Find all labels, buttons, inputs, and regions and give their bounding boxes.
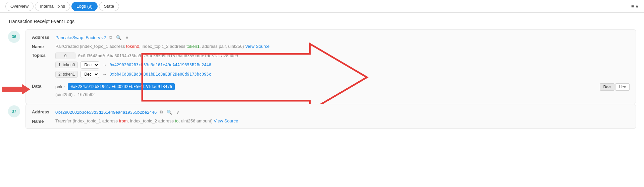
log-37-view-source-link[interactable]: View Source — [214, 118, 238, 123]
copy-icon[interactable]: ⧉ — [108, 34, 113, 40]
chevron-down-icon-addr[interactable]: ∨ — [124, 35, 130, 40]
log-37-name-row: Name Transfer (index_topic_1 address fro… — [32, 118, 630, 124]
tabs-bar: Overview Internal Txns Logs (8) State ≡ … — [0, 0, 644, 13]
log-37-from-keyword: from — [119, 118, 128, 123]
svg-marker-0 — [2, 84, 30, 95]
log-entry-37: 37 Address 0x42902002b3ce53d3d161e49ea4a… — [8, 104, 636, 129]
data-key-uint: (uint256) : — [55, 92, 75, 97]
token0-keyword: token0 — [126, 44, 139, 49]
log-index-badge-37: 37 — [8, 105, 20, 117]
arrow-icon-1: → — [102, 62, 107, 68]
chevron-down-icon: ∨ — [635, 4, 639, 9]
name-label: Name — [32, 44, 55, 49]
log-37-address-value: 0x42902002b3ce53d3d161e49ea4a19355b2be24… — [55, 109, 630, 115]
name-mid2: , address pair, uint256) — [200, 44, 245, 49]
log-37-address-label: Address — [32, 109, 55, 114]
topics-value: 0 0x0d3648bd0f6ba80134a33ba9275ac585d9d3… — [55, 53, 630, 80]
log-37-name-prefix: Transfer (index_topic_1 address — [55, 118, 119, 123]
topic-row-1: 1: token0 Dec Hex → 0x42902002B3cE53d3d1… — [55, 61, 630, 69]
tab-overview[interactable]: Overview — [5, 2, 34, 11]
log-name-row: Name PairCreated (index_topic_1 address … — [32, 44, 630, 49]
topic-index-2: 2: token1 — [55, 71, 78, 78]
log-37-name-mid2: , uint256 amount) — [178, 118, 214, 123]
data-row-pair: pair : 0xF284a912b81961aE6302D2EbF505bA1… — [55, 83, 589, 90]
log-body-37: Address 0x42902002b3ce53d3d161e49ea4a193… — [25, 104, 636, 129]
search-icon[interactable]: 🔍 — [115, 35, 122, 40]
dec-button[interactable]: Dec — [600, 83, 614, 91]
list-icon: ≡ — [631, 4, 634, 9]
name-value: PairCreated (index_topic_1 address token… — [55, 44, 630, 49]
log-37-address-link[interactable]: 0x42902002b3ce53d3d161e49ea4a19355b2be24… — [55, 110, 157, 115]
hex-button[interactable]: Hex — [615, 83, 630, 91]
log-address-row: Address PancakeSwap: Factory v2 ⧉ 🔍 ∨ — [32, 34, 630, 40]
log-topics-row: Topics 0 0x0d3648bd0f6ba80134a33ba9275ac… — [32, 53, 630, 80]
toolbar-right[interactable]: ≡ ∨ — [631, 4, 639, 9]
topic-row-2: 2: token1 Dec Hex → 0xbb4CdB9CBd36B01bD1… — [55, 71, 630, 78]
data-label: Data — [32, 83, 55, 89]
name-mid1: , index_topic_2 address — [139, 44, 186, 49]
data-row-uint: (uint256) : 1676592 — [55, 92, 589, 97]
log-37-address-actions: ⧉ 🔍 ∨ — [159, 109, 180, 115]
log-37-name-value: Transfer (index_topic_1 address from, in… — [55, 118, 630, 123]
page-container: Overview Internal Txns Logs (8) State ≡ … — [0, 0, 644, 187]
log-37-name-mid1: , index_topic_2 address — [128, 118, 175, 123]
token1-keyword: token1 — [186, 44, 200, 49]
topic-hash-0: 0x0d3648bd0f6ba80134a33ba9275ac585d9d315… — [78, 54, 238, 58]
log-37-search-icon[interactable]: 🔍 — [166, 109, 173, 115]
topic-value-2: 0xbb4CdB9CBd36B01bD1cBaEBF2De08d9173bc09… — [109, 72, 211, 77]
dec-hex-buttons: Dec Hex — [600, 83, 630, 91]
topic-index-0: 0 — [55, 53, 75, 59]
red-arrow-annotation — [2, 84, 30, 95]
data-key-pair: pair : — [55, 84, 65, 89]
view-source-link[interactable]: View Source — [245, 44, 270, 49]
data-value-pair: 0xF284a912b81961aE6302D2EbF505bA1dad9fB4… — [68, 83, 175, 90]
data-label-text: Data — [32, 84, 41, 89]
tab-logs[interactable]: Logs (8) — [71, 2, 98, 11]
log-data-row: Data pair : 0xF284a912b81961aE6302D2EbF5… — [32, 83, 630, 99]
decode-select-1[interactable]: Dec Hex — [80, 61, 99, 69]
arrow-icon-2: → — [102, 72, 107, 77]
log-body-36: Address PancakeSwap: Factory v2 ⧉ 🔍 ∨ Na… — [25, 29, 636, 104]
decode-select-2[interactable]: Dec Hex — [80, 71, 99, 78]
main-content: Transaction Receipt Event Logs 36 Addres… — [0, 13, 644, 187]
tabs-left: Overview Internal Txns Logs (8) State — [5, 2, 119, 11]
red-arrow-svg — [2, 84, 30, 95]
data-value: pair : 0xF284a912b81961aE6302D2EbF505bA1… — [55, 83, 630, 99]
log-37-copy-icon[interactable]: ⧉ — [159, 109, 164, 115]
tab-internal-txns[interactable]: Internal Txns — [35, 2, 70, 11]
address-value: PancakeSwap: Factory v2 ⧉ 🔍 ∨ — [55, 34, 630, 40]
name-prefix: PairCreated (index_topic_1 address — [55, 44, 126, 49]
section-title: Transaction Receipt Event Logs — [8, 19, 636, 24]
log-entry-36: 36 Address PancakeSwap: Factory v2 ⧉ 🔍 ∨ — [8, 29, 636, 104]
log-37-chevron-down-icon[interactable]: ∨ — [175, 109, 180, 115]
topic-row-0: 0 0x0d3648bd0f6ba80134a33ba9275ac585d9d3… — [55, 53, 630, 59]
address-label: Address — [32, 34, 55, 40]
log-37-name-label: Name — [32, 118, 55, 124]
tab-state[interactable]: State — [99, 2, 119, 11]
topic-index-1: 1: token0 — [55, 62, 78, 68]
address-actions: ⧉ 🔍 ∨ — [108, 34, 130, 40]
topics-label: Topics — [32, 53, 55, 58]
address-link[interactable]: PancakeSwap: Factory v2 — [55, 35, 106, 40]
data-value-uint: 1676592 — [78, 92, 95, 97]
topic-value-1: 0x42902002B3cE53d3d161e49eA4A19355B2Be24… — [109, 63, 211, 67]
log-37-address-row: Address 0x42902002b3ce53d3d161e49ea4a193… — [32, 109, 630, 115]
log-37-to-keyword: to — [175, 118, 179, 123]
log-index-badge-36: 36 — [8, 31, 20, 43]
